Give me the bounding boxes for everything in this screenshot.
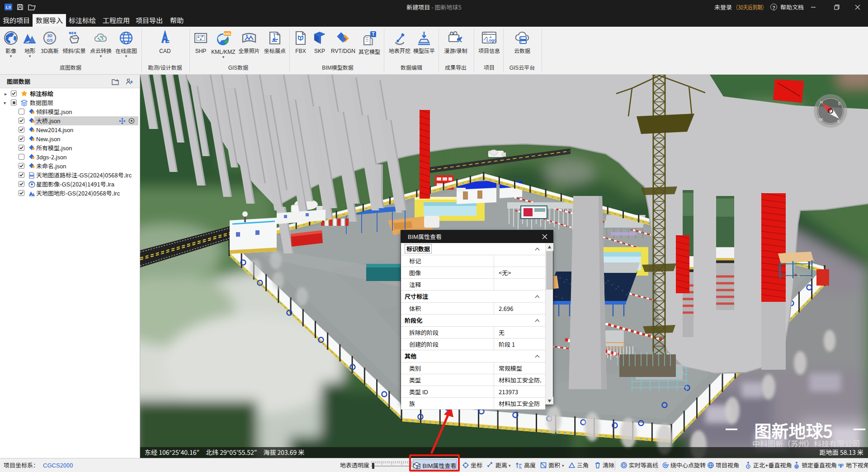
svg-text:E: E <box>838 101 841 106</box>
svg-text:KML: KML <box>223 32 231 36</box>
svg-text:3D: 3D <box>47 33 52 38</box>
svg-text:T: T <box>372 32 374 37</box>
svg-text:T: T <box>273 33 276 38</box>
svg-text:Logo: Logo <box>486 38 496 43</box>
svg-text:W: W <box>819 117 823 122</box>
svg-text:东经 106°25′40.16″ 北纬 29°05′55.5: 东经 106°25′40.16″ 北纬 29°05′55.52″ 海拔 203.… <box>145 448 304 457</box>
svg-text:距地面 58.13 米: 距地面 58.13 米 <box>820 448 863 457</box>
svg-text:LRC: LRC <box>30 175 33 176</box>
svg-text:S: S <box>837 119 840 124</box>
svg-text:GS: GS <box>47 38 52 43</box>
